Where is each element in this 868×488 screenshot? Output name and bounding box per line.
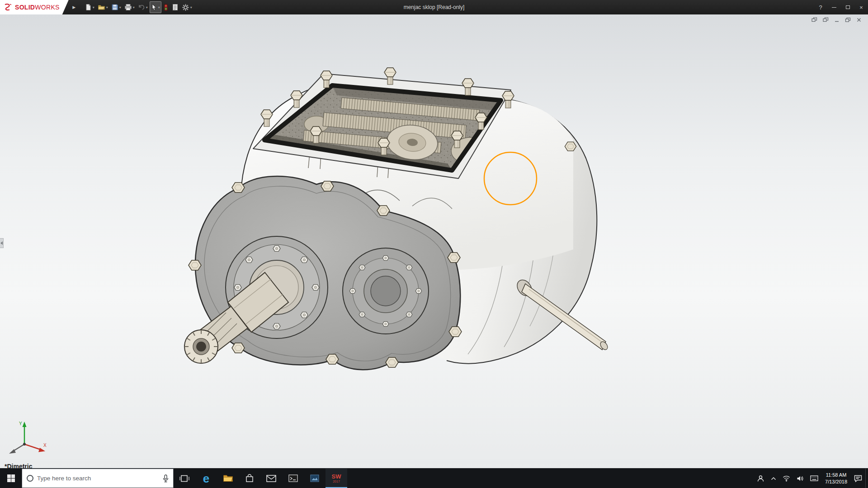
gearbox-model [0,14,868,468]
dropdown-arrow-icon[interactable]: ▾ [190,5,192,9]
wifi-icon [783,475,790,482]
save-button[interactable]: ▾ [110,1,123,13]
edge-button[interactable]: e [195,469,217,488]
solidworks-taskbar-button[interactable]: SW 2017 [326,469,347,488]
photos-icon [310,474,319,482]
rebuild-stoplight-icon [163,4,169,11]
document-window-controls [811,17,862,23]
action-center-button[interactable] [851,469,865,488]
standard-toolbar: ▾ ▾ ▾ ▾ [83,1,193,13]
speaker-icon [797,475,804,482]
window-controls: ? × [814,0,868,14]
new-window-icon[interactable] [811,17,817,23]
open-button[interactable]: ▾ [96,1,109,13]
app-titlebar: SOLIDWORKS ▶ ▾ ▾ ▾ [0,0,868,14]
terminal-button[interactable] [282,469,304,488]
select-button[interactable]: ▾ [150,1,161,13]
save-icon [111,4,118,11]
volume-button[interactable] [793,469,807,488]
x-axis-label: X [43,443,47,448]
mail-button[interactable] [260,469,282,488]
dropdown-arrow-icon[interactable]: ▾ [93,5,94,9]
edge-icon: e [203,473,209,484]
undo-icon [138,4,145,11]
view-orientation-label: *Dimetric [5,463,32,468]
solidworks-app-icon: SW 2017 [332,474,341,483]
y-axis-arrow [23,422,27,427]
keyboard-icon [810,475,818,481]
cascade-windows-icon[interactable] [823,17,829,23]
rebuild-button[interactable] [162,1,170,13]
people-icon [757,475,764,482]
print-icon [124,4,132,11]
task-view-icon [179,474,189,483]
mail-icon [266,475,276,482]
y-axis-label: Y [19,421,22,426]
chevron-left-icon [0,241,3,245]
chevron-up-icon [771,477,776,480]
file-properties-button[interactable] [170,1,180,13]
doc-close-icon[interactable] [856,17,862,23]
doc-restore-icon[interactable] [845,17,851,23]
new-document-icon [85,4,92,11]
panel-collapse-tab[interactable] [0,238,4,248]
solidworks-logo: SOLIDWORKS [0,0,69,14]
new-document-button[interactable]: ▾ [83,1,96,13]
undo-button[interactable]: ▾ [137,1,149,13]
secondary-hub [343,248,429,334]
cortana-icon [27,475,33,482]
windows-taskbar: e [0,468,868,488]
close-button[interactable]: × [854,0,868,14]
solidworks-window: SOLIDWORKS ▶ ▾ ▾ ▾ [0,0,868,488]
microphone-icon[interactable] [163,474,169,483]
minimize-button[interactable] [827,0,841,14]
options-gear-icon [182,4,189,11]
terminal-icon [288,474,298,482]
dropdown-arrow-icon[interactable]: ▾ [133,5,135,9]
options-button[interactable]: ▾ [180,1,193,13]
maximize-button[interactable] [841,0,854,14]
clock-date: 7/13/2018 [825,479,847,485]
store-button[interactable] [239,469,260,488]
photos-button[interactable] [304,469,326,488]
people-button[interactable] [754,469,768,488]
taskbar-clock[interactable]: 11:58 AM 7/13/2018 [821,469,851,488]
orientation-triad[interactable]: Y X [5,418,48,456]
open-folder-icon [98,4,105,11]
x-axis-arrow [38,448,45,452]
menu-expand-button[interactable]: ▶ [69,5,80,9]
action-center-icon [854,475,862,482]
touch-keyboard-button[interactable] [807,469,821,488]
store-icon [245,474,254,483]
graphics-area[interactable]: Y X *Dimetric [0,14,868,468]
network-button[interactable] [779,469,793,488]
clock-time: 11:58 AM [826,472,847,479]
dropdown-arrow-icon[interactable]: ▾ [119,5,121,9]
file-properties-icon [172,4,179,11]
windows-logo-icon [7,474,15,482]
file-explorer-button[interactable] [217,469,239,488]
document-title: menjac sklop [Read-only] [404,0,465,14]
print-button[interactable]: ▾ [123,1,136,13]
dropdown-arrow-icon[interactable]: ▾ [106,5,108,9]
dropdown-arrow-icon[interactable]: ▾ [146,5,148,9]
brand-text: SOLIDWORKS [15,4,60,11]
tray-overflow-button[interactable] [768,469,779,488]
show-desktop-button[interactable] [865,469,868,488]
doc-minimize-icon[interactable] [834,17,840,23]
system-tray: 11:58 AM 7/13/2018 [754,469,868,488]
select-cursor-icon [151,4,157,11]
file-explorer-icon [223,474,233,483]
task-view-button[interactable] [174,469,195,488]
taskbar-search[interactable] [22,469,174,488]
search-input[interactable] [37,475,159,482]
start-button[interactable] [0,469,22,488]
help-button[interactable]: ? [814,0,827,14]
dropdown-arrow-icon[interactable]: ▾ [158,5,160,9]
gearbox-assembly[interactable] [184,68,609,370]
ds-logo-icon [4,3,13,12]
